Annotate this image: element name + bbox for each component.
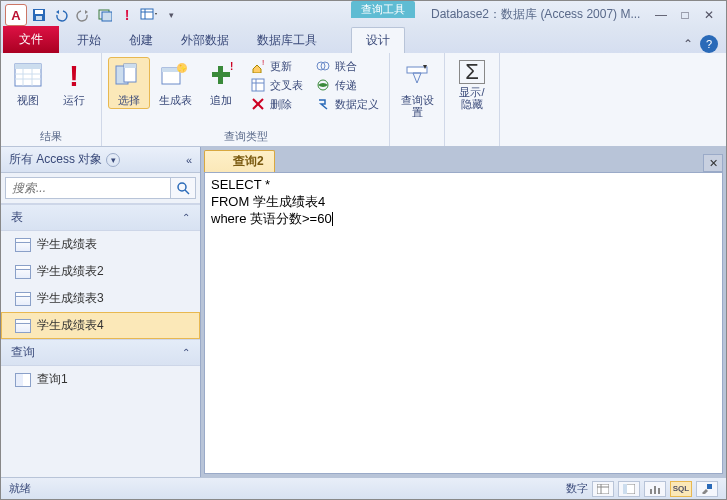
query-icon xyxy=(15,373,31,387)
pivot-view-button[interactable] xyxy=(618,481,640,497)
datasheet-icon xyxy=(12,60,44,92)
svg-text:!: ! xyxy=(262,59,264,67)
category-queries[interactable]: 查询⌃ xyxy=(1,339,200,366)
quick-access-toolbar: A ! ▾ xyxy=(1,1,185,29)
svg-text:!: ! xyxy=(230,62,233,72)
minimize-button[interactable]: ― xyxy=(650,6,672,24)
table-dropdown-icon[interactable] xyxy=(139,5,159,25)
qat-customize-icon[interactable]: ▾ xyxy=(161,5,181,25)
select-query-button[interactable]: 选择 xyxy=(108,57,150,109)
ribbon-tabs: 文件 开始 创建 外部数据 数据库工具 设计 ⌃ ? xyxy=(1,29,726,53)
close-button[interactable]: ✕ xyxy=(698,6,720,24)
document-close-button[interactable]: ✕ xyxy=(703,154,723,172)
design-view-button[interactable] xyxy=(696,481,718,497)
tab-external-data[interactable]: 外部数据 xyxy=(167,28,243,53)
category-tables[interactable]: 表⌃ xyxy=(1,204,200,231)
svg-rect-33 xyxy=(407,67,427,73)
ribbon-minimize-icon[interactable]: ⌃ xyxy=(680,36,696,52)
svg-rect-41 xyxy=(650,489,652,494)
document-tabs: 查询2 ✕ xyxy=(204,150,723,172)
view-button[interactable]: 视图 xyxy=(7,57,49,109)
help-icon[interactable]: ? xyxy=(700,35,718,53)
update-button[interactable]: !更新 xyxy=(246,57,307,75)
datasheet-view-button[interactable] xyxy=(592,481,614,497)
query-item[interactable]: 查询1 xyxy=(1,366,200,393)
table-item[interactable]: 学生成绩表4 xyxy=(1,312,200,339)
svg-rect-9 xyxy=(15,64,41,69)
document-tab[interactable]: 查询2 xyxy=(204,150,275,172)
select-icon xyxy=(113,60,145,92)
passthrough-button[interactable]: 传递 xyxy=(311,76,383,94)
numlock-indicator: 数字 xyxy=(566,481,588,496)
search-input[interactable] xyxy=(5,177,170,199)
search-icon[interactable] xyxy=(170,177,196,199)
svg-rect-2 xyxy=(36,16,42,20)
nav-filter-dropdown-icon[interactable]: ▾ xyxy=(106,153,120,167)
priority-icon[interactable]: ! xyxy=(117,5,137,25)
show-hide-button[interactable]: Σ 显示/隐藏 xyxy=(451,57,493,113)
table-item[interactable]: 学生成绩表 xyxy=(1,231,200,258)
data-definition-button[interactable]: 数据定义 xyxy=(311,95,383,113)
group-query-setup: 查询设置 xyxy=(390,53,445,146)
table-icon xyxy=(15,265,31,279)
contextual-tab-header: 查询工具 xyxy=(351,1,415,18)
query-icon xyxy=(215,156,229,168)
tab-home[interactable]: 开始 xyxy=(63,28,115,53)
make-table-button[interactable]: ✨ 生成表 xyxy=(154,57,196,109)
chart-view-button[interactable] xyxy=(644,481,666,497)
save-icon[interactable] xyxy=(29,5,49,25)
navigation-pane: 所有 Access 对象 ▾ « 表⌃ 学生成绩表 学生成绩表2 学生成绩表3 … xyxy=(1,147,201,477)
window-controls: ― □ ✕ xyxy=(650,1,726,29)
svg-rect-25 xyxy=(252,79,264,91)
tab-file[interactable]: 文件 xyxy=(3,26,59,53)
querysetup-icon xyxy=(401,60,433,92)
group-results: 视图 ! 运行 结果 xyxy=(1,53,102,146)
sql-view-button[interactable]: SQL xyxy=(670,481,692,497)
svg-rect-4 xyxy=(102,12,112,21)
redo-icon[interactable] xyxy=(73,5,93,25)
svg-rect-5 xyxy=(141,9,153,19)
svg-rect-22 xyxy=(218,66,223,84)
undo-icon[interactable] xyxy=(51,5,71,25)
svg-line-35 xyxy=(185,190,189,194)
chevron-up-icon: ⌃ xyxy=(182,212,190,223)
svg-rect-44 xyxy=(707,484,712,489)
workspace: 所有 Access 对象 ▾ « 表⌃ 学生成绩表 学生成绩表2 学生成绩表3 … xyxy=(1,147,726,477)
table-icon xyxy=(15,238,31,252)
group-show-hide: Σ 显示/隐藏 xyxy=(445,53,500,146)
update-icon: ! xyxy=(250,58,266,74)
tab-create[interactable]: 创建 xyxy=(115,28,167,53)
ribbon: 视图 ! 运行 结果 选择 ✨ 生成表 ! xyxy=(1,53,726,147)
union-button[interactable]: 联合 xyxy=(311,57,383,75)
passthrough-icon xyxy=(315,77,331,93)
svg-rect-1 xyxy=(35,10,43,14)
svg-rect-36 xyxy=(597,484,609,494)
tab-design[interactable]: 设计 xyxy=(351,27,405,53)
table-icon xyxy=(15,292,31,306)
tab-database-tools[interactable]: 数据库工具 xyxy=(243,28,331,53)
document-area: 查询2 ✕ SELECT * FROM 学生成绩表4 where 英语分数>=6… xyxy=(201,147,726,477)
table-icon xyxy=(15,319,31,333)
nav-pane-header[interactable]: 所有 Access 对象 ▾ « xyxy=(1,147,200,173)
append-button[interactable]: ! 追加 xyxy=(200,57,242,109)
table-item[interactable]: 学生成绩表3 xyxy=(1,285,200,312)
append-icon: ! xyxy=(205,60,237,92)
svg-rect-40 xyxy=(623,484,627,494)
chevron-up-icon: ⌃ xyxy=(182,347,190,358)
maximize-button[interactable]: □ xyxy=(674,6,696,24)
datadef-icon xyxy=(315,96,331,112)
svg-rect-43 xyxy=(658,488,660,494)
svg-rect-16 xyxy=(124,64,136,68)
nav-collapse-icon[interactable]: « xyxy=(186,154,192,166)
svg-rect-42 xyxy=(654,486,656,494)
crosstab-button[interactable]: 交叉表 xyxy=(246,76,307,94)
status-text: 就绪 xyxy=(9,481,31,496)
qat-icon[interactable] xyxy=(95,5,115,25)
delete-button[interactable]: 删除 xyxy=(246,95,307,113)
app-icon[interactable]: A xyxy=(5,4,27,26)
query-setup-button[interactable]: 查询设置 xyxy=(396,57,438,121)
run-button[interactable]: ! 运行 xyxy=(53,57,95,109)
maketable-icon: ✨ xyxy=(159,60,191,92)
table-item[interactable]: 学生成绩表2 xyxy=(1,258,200,285)
sql-editor[interactable]: SELECT * FROM 学生成绩表4 where 英语分数>=60 xyxy=(204,172,723,474)
